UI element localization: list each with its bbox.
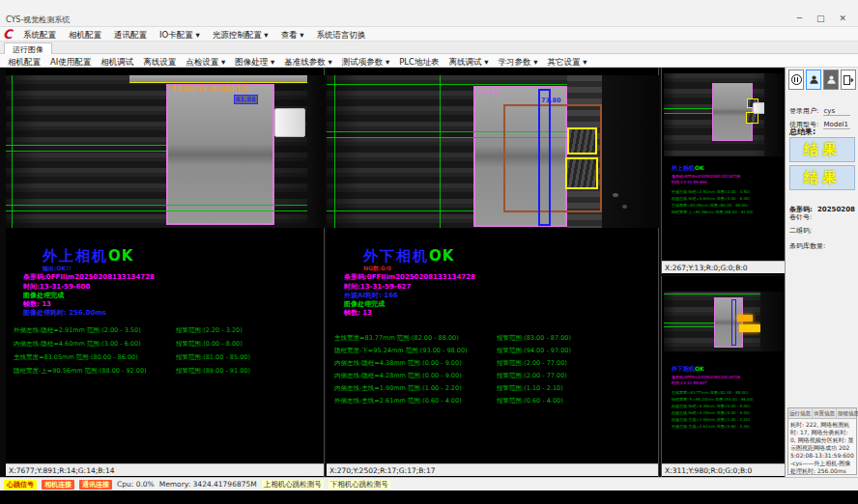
tab-error-info[interactable]: 报错信息 — [837, 408, 858, 418]
thumbnail-image — [664, 292, 784, 351]
right-sidebar: 登录用户: cys 使用型号: Model1 总结果: 结果 结果 条形码: 2… — [785, 68, 858, 477]
pause-icon — [791, 74, 802, 85]
ai-detect-label: AI检测框 — [477, 88, 500, 97]
width-measure-box — [731, 299, 736, 346]
image-detail-dot — [613, 193, 618, 197]
measure-tag: 81.88 — [234, 95, 258, 104]
camera-name: 外下相机 — [672, 365, 695, 372]
minimize-button[interactable]: ─ — [797, 14, 808, 23]
camera-name: 外上相机 — [672, 164, 695, 171]
defect-highlight-box — [567, 127, 597, 154]
user-settings-button[interactable] — [823, 70, 839, 90]
elapsed-line: 图像处理耗时: 256.00ms — [23, 308, 106, 318]
camera-name: 外上相机 — [43, 247, 108, 265]
menu-system-config[interactable]: 系统配置 — [23, 30, 56, 42]
tab-settings-info[interactable]: 设置信息 — [813, 408, 837, 418]
menu-language-switch[interactable]: 系统语言切换 — [317, 30, 366, 42]
mini-row: 外侧左线-隐框=2.91mm 范围:(2.00 - 3.50) — [672, 189, 750, 194]
measure-value: 隐框宽度-上=90.56mm 范围:(88.00 - 92.00) — [14, 367, 147, 375]
measure-value: 隐框宽度-下=95.24mm 范围:(93.00 - 98.00) — [334, 347, 468, 354]
tab-run-info[interactable]: 运行信息 — [788, 408, 813, 418]
menu-light-config[interactable]: 光源控制配置 ▾ — [213, 30, 269, 42]
green-vertical-line — [334, 75, 335, 228]
alarm-range: 报警范围:(2.00 - 77.00) — [497, 372, 567, 380]
measure-row: 外侧左线-主线=2.61mm 范围:(0.60 - 4.00) 报警范围:(0.… — [334, 397, 659, 406]
tab-run-image[interactable]: 运行图像 — [4, 42, 52, 54]
green-vertical-line — [440, 75, 441, 228]
yellow-guide-line — [129, 82, 325, 83]
defect-glow — [737, 315, 753, 322]
info-tabs: 运行信息 设置信息 报错信息 — [788, 408, 856, 419]
barcode-line: 条形码:0FFIIim20250208133134728 — [344, 272, 475, 282]
mini-row: 隐框宽度-下=95.24mm 范围:(93.00 - 98.00) — [672, 397, 754, 402]
mini-barcode: 条形码:0FFIIim20250208133134728 — [672, 375, 740, 379]
width-measure-box — [538, 89, 551, 226]
mini-result-title: 外上相机OK — [672, 164, 704, 173]
camera-result-title: 外下相机OK — [363, 247, 454, 266]
measure-row: 隐框宽度-下=95.24mm 范围:(93.00 - 98.00) 报警范围:(… — [334, 347, 659, 355]
result-ok: OK — [695, 365, 704, 372]
measure-tag: 73.80 — [540, 97, 562, 104]
alarm-range: 报警范围:(1.10 - 2.10) — [497, 384, 563, 393]
user-settings-icon — [826, 74, 837, 85]
measure-value: 外侧左线-主线=2.61mm 范围:(0.60 - 4.00) — [334, 397, 462, 405]
result-ok: OK — [108, 247, 133, 265]
measure-row: 内侧左线-隐框=4.60mm 范围:(3.00 - 6.00) 报警范围:(0.… — [14, 340, 323, 349]
thumbnail-image — [664, 73, 784, 156]
defect-highlight-box — [565, 157, 598, 189]
close-button[interactable]: ✕ — [839, 14, 852, 23]
menu-camera-config[interactable]: 相机配置 — [69, 30, 101, 42]
menu-view[interactable]: 查看 ▾ — [281, 30, 304, 42]
measure-value: 内侧左线-主线=1.90mm 范围:(1.00 - 2.20) — [334, 384, 462, 392]
measure-row: 内侧左线-隐框=4.28mm 范围:(0.00 - 9.00) 报警范围:(2.… — [334, 372, 659, 380]
run-info-box: 运行信息 设置信息 报错信息 耗时: 222, 网络检测耗时: 17, 网络分类… — [787, 407, 857, 475]
title-bar: CYS-视觉检测系统 ─ □ ✕ — [0, 0, 858, 27]
measure-row: 外侧左线-隐框=2.91mm 范围:(2.00 - 3.50) 报警范围:(2.… — [14, 326, 323, 335]
window-title: CYS-视觉检测系统 — [6, 14, 70, 25]
alarm-range: 报警范围:(89.00 - 91.00) — [176, 367, 250, 376]
lower-camera-image[interactable]: AI检测框 73.80 — [327, 75, 659, 228]
upper-camera-heartbeat: 上相机心跳检测号 — [262, 480, 324, 490]
measure-row: 内侧左线-主线=1.90mm 范围:(1.00 - 2.20) 报警范围:(1.… — [334, 384, 659, 393]
menu-items: 系统配置 相机配置 通讯配置 IO卡配置 ▾ 光源控制配置 ▾ 查看 ▾ 系统语… — [23, 30, 366, 42]
green-measure-line — [6, 151, 166, 152]
image-detail-dot — [622, 205, 627, 209]
mini-row: 内侧左线-主线=1.90mm 范围:(1.00 - 2.20) — [672, 417, 750, 422]
cpu-usage: Cpu: 0.0% — [117, 480, 155, 489]
alarm-range: 报警范围:(0.00 - 8.00) — [176, 340, 243, 349]
mini-row: 内侧左线-隐框=4.60mm 范围:(3.00 - 6.00) — [672, 196, 750, 201]
user-button[interactable] — [806, 70, 821, 90]
connector-part — [274, 108, 305, 137]
measure-value: 外侧左线-隐框=2.91mm 范围:(2.00 - 3.50) — [14, 326, 141, 334]
alarm-range: 报警范围:(2.20 - 3.20) — [176, 326, 243, 335]
comm-connect-badge: 通讯连接 — [79, 480, 112, 490]
lower-camera-thumbnail[interactable]: 外下相机OK 条形码:0FFIIim20250208133134728 时间:1… — [661, 276, 785, 477]
menu-comm-config[interactable]: 通讯配置 — [114, 30, 147, 42]
pixel-coords-readout: X:311;Y:980;R:0;G:0;B:0 — [662, 463, 785, 476]
heartbeat-badge: 心跳信号 — [4, 480, 37, 490]
mini-barcode: 条形码:0FFIIim20250208133134728 — [672, 174, 740, 179]
image-dark-zone — [602, 75, 659, 228]
upper-camera-image[interactable]: 寻找阈值:93, 吻合阈值:100 81.88 — [6, 75, 325, 228]
green-measure-line — [6, 205, 325, 206]
result-display-2: 结果 — [789, 165, 855, 190]
threshold-overlay-label: 寻找阈值:93, 吻合阈值:100 — [170, 85, 248, 94]
alarm-range: 报警范围:(81.00 - 85.00) — [176, 353, 250, 362]
mini-row: 主线宽度=83.77mm 范围:(82.00 - 88.00) — [672, 390, 748, 395]
maximize-button[interactable]: □ — [816, 14, 831, 23]
model-value[interactable]: Model1 — [823, 121, 850, 129]
upper-camera-thumbnail[interactable]: 外上相机OK 条形码:0FFIIim20250208133134728 时间:1… — [661, 68, 785, 274]
measure-row: 隐框宽度-上=90.56mm 范围:(88.00 - 92.00) 报警范围:(… — [14, 367, 323, 376]
pixel-coords-readout: X:7677;Y:891;R:14;G:14;B:14 — [6, 463, 324, 476]
menu-io-config[interactable]: IO卡配置 ▾ — [159, 30, 200, 42]
barcode-line: 条形码:0FFIIim20250208133134728 — [23, 272, 155, 282]
barcode-count-label: 条码库数量: — [789, 241, 825, 251]
exit-button[interactable] — [841, 70, 856, 90]
image-dark-zone — [307, 75, 325, 228]
result-display-1: 结果 — [789, 137, 855, 162]
measure-row: 主线宽度=83.77mm 范围:(82.00 - 88.00) 报警范围:(83… — [334, 334, 659, 343]
measure-value: 内侧左线-隐框=4.28mm 范围:(0.00 - 9.00) — [334, 372, 462, 379]
pause-button[interactable] — [788, 70, 804, 90]
result-ok: OK — [429, 247, 454, 265]
pixel-coords-readout: X:270;Y:2502;R:17;G:17;B:17 — [327, 463, 658, 476]
